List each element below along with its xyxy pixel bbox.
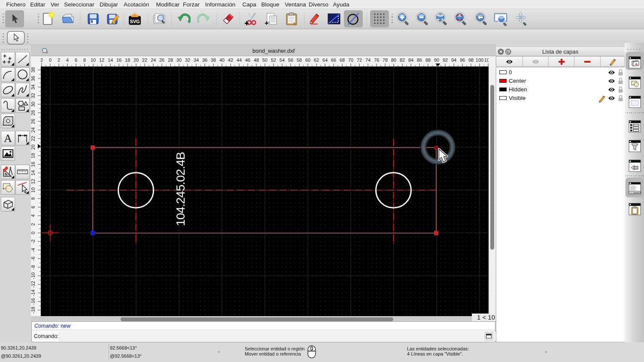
- svg-text:30: 30: [176, 57, 182, 63]
- svg-text:74: 74: [365, 57, 371, 63]
- svg-text:66: 66: [331, 57, 336, 63]
- svg-text:60: 60: [305, 57, 310, 63]
- svg-text:> command: > command: [631, 192, 641, 194]
- svg-text:12: 12: [99, 57, 104, 63]
- svg-text:34: 34: [31, 84, 36, 90]
- svg-text:38: 38: [211, 57, 216, 63]
- svg-text:48: 48: [254, 57, 259, 63]
- svg-text:18: 18: [125, 57, 130, 63]
- svg-text:80: 80: [391, 57, 396, 63]
- svg-text:52: 52: [271, 57, 276, 63]
- svg-text:2: 2: [58, 57, 60, 63]
- svg-text:20: 20: [134, 57, 139, 63]
- svg-text:90: 90: [434, 57, 439, 63]
- svg-text:50: 50: [262, 57, 267, 63]
- svg-text:96: 96: [460, 57, 465, 63]
- svg-text:68: 68: [340, 57, 345, 63]
- svg-text:14: 14: [108, 57, 113, 63]
- svg-text:-14: -14: [31, 290, 36, 296]
- svg-text:84: 84: [408, 57, 413, 63]
- svg-text:78: 78: [383, 57, 388, 63]
- svg-text:22: 22: [142, 57, 147, 63]
- svg-text:2: 2: [31, 223, 36, 226]
- svg-text:8: 8: [31, 197, 36, 200]
- svg-text:24: 24: [31, 127, 36, 133]
- svg-text:88: 88: [425, 57, 431, 63]
- svg-text:-8: -8: [31, 265, 36, 269]
- svg-text:32: 32: [31, 93, 36, 98]
- svg-text:30: 30: [31, 102, 36, 107]
- svg-text:36: 36: [31, 76, 36, 81]
- svg-text:20: 20: [31, 145, 36, 150]
- svg-text:26: 26: [31, 119, 36, 124]
- svg-text:70: 70: [348, 57, 353, 63]
- svg-text:16: 16: [116, 57, 122, 63]
- svg-text:86: 86: [417, 57, 422, 63]
- svg-text:32: 32: [185, 57, 190, 63]
- svg-text:A: A: [4, 132, 12, 144]
- svg-text:0: 0: [49, 57, 52, 63]
- svg-text:SVG: SVG: [130, 19, 140, 24]
- svg-text:16: 16: [31, 162, 36, 167]
- svg-text:98: 98: [468, 57, 474, 63]
- svg-text:12: 12: [31, 179, 36, 184]
- svg-text:14: 14: [31, 170, 36, 175]
- svg-text:-4: -4: [31, 248, 36, 252]
- svg-text:72: 72: [357, 57, 362, 63]
- svg-text:104.245.02.4B: 104.245.02.4B: [173, 152, 187, 226]
- svg-text:36: 36: [202, 57, 207, 63]
- svg-text:82: 82: [400, 57, 405, 63]
- svg-text:42: 42: [228, 57, 233, 63]
- svg-text:22: 22: [31, 136, 36, 141]
- svg-text:56: 56: [288, 57, 293, 63]
- svg-text:54: 54: [279, 57, 285, 63]
- svg-text:34: 34: [194, 57, 199, 63]
- svg-text:-2: -2: [31, 239, 36, 244]
- svg-text:6: 6: [75, 57, 77, 63]
- svg-text:2: 2: [41, 57, 43, 63]
- svg-text:24: 24: [151, 57, 156, 63]
- svg-text:-18: -18: [31, 307, 36, 314]
- svg-text:18: 18: [31, 153, 36, 158]
- svg-text:92: 92: [443, 57, 448, 63]
- svg-text:4: 4: [66, 57, 69, 63]
- svg-text:4: 4: [31, 214, 36, 217]
- svg-text:10: 10: [91, 57, 96, 63]
- svg-text:64: 64: [322, 57, 328, 63]
- svg-text:8: 8: [83, 57, 86, 63]
- svg-text:-12: -12: [31, 281, 36, 288]
- svg-text:-6: -6: [31, 256, 36, 261]
- svg-text:62: 62: [314, 57, 319, 63]
- svg-text:0: 0: [31, 232, 36, 234]
- svg-text:28: 28: [31, 110, 36, 115]
- svg-text:100: 100: [476, 57, 483, 63]
- svg-text:-16: -16: [31, 298, 36, 305]
- svg-text:38: 38: [31, 67, 36, 72]
- svg-text:28: 28: [168, 57, 173, 63]
- svg-text:58: 58: [297, 57, 302, 63]
- svg-text:40: 40: [219, 57, 225, 63]
- svg-text:76: 76: [374, 57, 379, 63]
- svg-text:94: 94: [451, 57, 456, 63]
- svg-text:102: 102: [484, 57, 489, 63]
- svg-text:6: 6: [31, 206, 36, 208]
- svg-text:10: 10: [31, 187, 36, 193]
- svg-text:46: 46: [245, 57, 250, 63]
- svg-text:44: 44: [237, 57, 242, 63]
- svg-text:-10: -10: [31, 272, 36, 279]
- svg-text:26: 26: [159, 57, 164, 63]
